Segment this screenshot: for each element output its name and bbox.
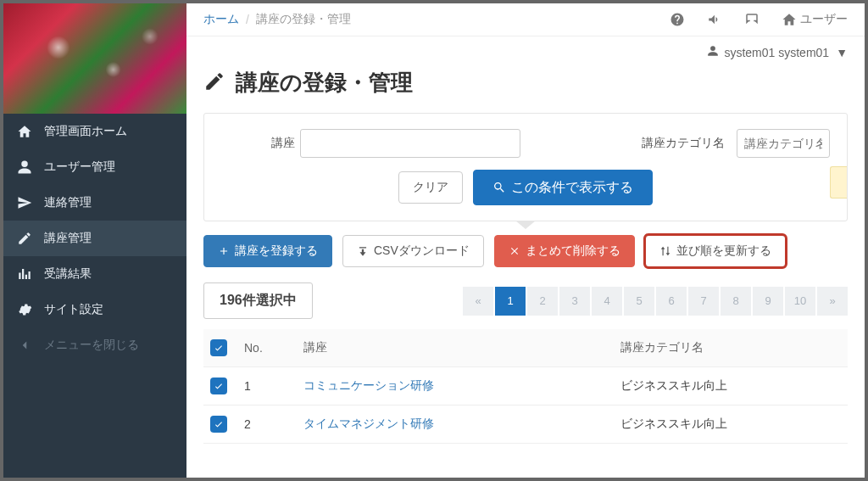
page-button-10[interactable]: 10	[785, 287, 815, 316]
user-dropdown[interactable]: system01 system01 ▼	[186, 36, 865, 68]
header-course: 講座	[303, 340, 620, 355]
sidebar-brand-image	[3, 3, 186, 114]
search-icon	[492, 181, 506, 194]
page-button-2[interactable]: 2	[527, 287, 558, 316]
row-checkbox[interactable]	[210, 416, 244, 433]
page-button-«[interactable]: «	[463, 287, 493, 316]
action-row: 講座を登録する CSVダウンロード まとめて削除する 並び順を更新する	[186, 235, 865, 267]
pencil-icon	[17, 231, 34, 246]
help-icon[interactable]	[670, 12, 685, 27]
page-button-8[interactable]: 8	[721, 287, 751, 316]
clear-button[interactable]: クリア	[398, 171, 463, 204]
register-course-button[interactable]: 講座を登録する	[203, 235, 332, 267]
row-course[interactable]: コミュニケーション研修	[303, 378, 620, 394]
sort-icon	[659, 245, 671, 257]
caret-down-icon: ▼	[836, 46, 848, 59]
user-small-icon	[707, 45, 719, 59]
megaphone-icon[interactable]	[707, 12, 722, 27]
filter-course-input[interactable]	[300, 129, 520, 158]
page-title: 講座の登録・管理	[186, 68, 865, 113]
user-icon	[17, 159, 34, 175]
topbar-user-label: ユーザー	[800, 12, 848, 27]
page-button-6[interactable]: 6	[656, 287, 687, 316]
pencil-title-icon	[203, 70, 225, 95]
sidebar-item-label: ユーザー管理	[44, 159, 115, 175]
row-no: 1	[244, 379, 303, 393]
breadcrumb-home[interactable]: ホーム	[203, 12, 239, 27]
close-icon	[509, 245, 520, 257]
selection-count: 196件選択中	[203, 282, 313, 319]
sidebar-item-home[interactable]: 管理画面ホーム	[3, 114, 186, 149]
main-content: ホーム / 講座の登録・管理 ユーザー system01 system01 ▼ …	[186, 3, 865, 478]
plus-icon	[218, 245, 230, 257]
page-button-»[interactable]: »	[817, 287, 848, 316]
sidebar: 管理画面ホーム ユーザー管理 連絡管理 講座管理 受講結果 サイト設定	[3, 3, 186, 478]
home-icon	[17, 124, 34, 139]
row-no: 2	[244, 417, 303, 431]
row-checkbox[interactable]	[210, 378, 244, 394]
search-button[interactable]: この条件で表示する	[473, 170, 653, 205]
user-display-name: system01 system01	[724, 46, 829, 59]
header-category: 講座カテゴリ名	[620, 340, 841, 355]
table-header: No. 講座 講座カテゴリ名	[203, 329, 848, 367]
sidebar-item-label: 講座管理	[44, 231, 92, 246]
page-button-4[interactable]: 4	[592, 287, 622, 316]
breadcrumb-separator: /	[246, 13, 249, 26]
sidebar-item-label: 連絡管理	[44, 195, 92, 210]
sidebar-item-courses[interactable]: 講座管理	[3, 221, 186, 256]
sidebar-item-label: サイト設定	[44, 302, 103, 317]
home-top-icon[interactable]: ユーザー	[782, 12, 848, 27]
sidebar-item-results[interactable]: 受講結果	[3, 256, 186, 292]
filter-category-input[interactable]	[737, 129, 830, 158]
side-panel-stub[interactable]	[830, 166, 847, 199]
reorder-button[interactable]: 並び順を更新する	[645, 235, 786, 267]
header-checkbox[interactable]	[210, 339, 244, 356]
page-button-5[interactable]: 5	[624, 287, 654, 316]
filter-category-label: 講座カテゴリ名	[642, 136, 725, 151]
sidebar-item-settings[interactable]: サイト設定	[3, 292, 186, 327]
page-button-7[interactable]: 7	[688, 287, 719, 316]
download-icon	[357, 245, 369, 257]
topbar: ホーム / 講座の登録・管理 ユーザー	[186, 3, 865, 36]
table-row: 2タイムマネジメント研修ビジネススキル向上	[203, 405, 848, 444]
header-no: No.	[244, 341, 303, 355]
csv-download-button[interactable]: CSVダウンロード	[342, 235, 484, 267]
table-row: 1コミュニケーション研修ビジネススキル向上	[203, 367, 848, 405]
page-title-text: 講座の登録・管理	[236, 68, 413, 98]
bar-chart-icon	[17, 266, 34, 282]
row-category: ビジネススキル向上	[620, 378, 841, 394]
sidebar-item-users[interactable]: ユーザー管理	[3, 149, 186, 185]
bulk-delete-button[interactable]: まとめて削除する	[494, 235, 635, 267]
sidebar-item-collapse[interactable]: メニューを閉じる	[3, 327, 186, 363]
sidebar-nav: 管理画面ホーム ユーザー管理 連絡管理 講座管理 受講結果 サイト設定	[3, 114, 186, 478]
filter-course-label: 講座	[271, 136, 295, 151]
inbox-icon[interactable]	[744, 12, 760, 27]
chevron-left-icon	[17, 338, 34, 353]
sidebar-item-contact[interactable]: 連絡管理	[3, 185, 186, 221]
list-header: 196件選択中 «12345678910»	[186, 282, 865, 319]
page-button-1[interactable]: 1	[495, 287, 526, 316]
sidebar-item-label: メニューを閉じる	[44, 338, 139, 353]
paper-plane-icon	[17, 195, 34, 210]
sidebar-item-label: 受講結果	[44, 266, 92, 282]
gear-icon	[17, 302, 34, 317]
page-button-9[interactable]: 9	[753, 287, 783, 316]
filter-panel: 講座 講座カテゴリ名 クリア この条件で表示する	[203, 113, 848, 221]
page-button-3[interactable]: 3	[559, 287, 590, 316]
course-table: No. 講座 講座カテゴリ名 1コミュニケーション研修ビジネススキル向上2タイム…	[203, 329, 848, 444]
row-course[interactable]: タイムマネジメント研修	[303, 417, 620, 432]
breadcrumb-current: 講座の登録・管理	[256, 12, 351, 27]
pagination: «12345678910»	[463, 287, 848, 316]
row-category: ビジネススキル向上	[620, 417, 841, 432]
sidebar-item-label: 管理画面ホーム	[44, 124, 127, 139]
